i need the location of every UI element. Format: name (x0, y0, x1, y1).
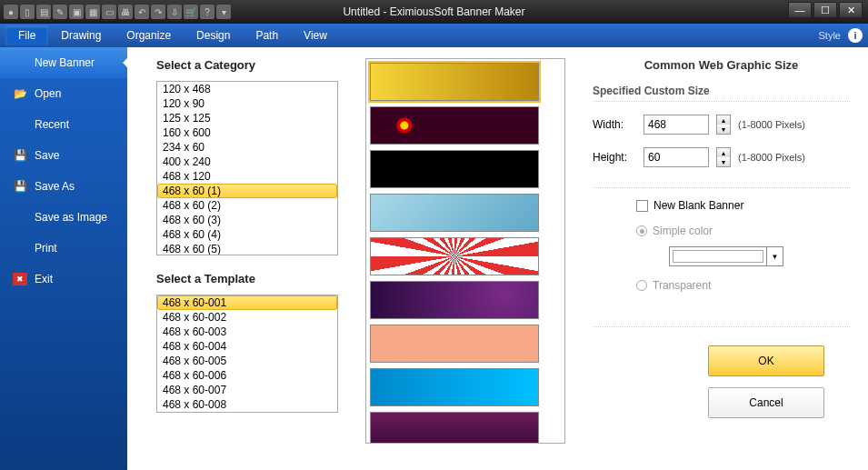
color-dropdown[interactable]: ▼ (669, 246, 783, 266)
titlebar: ● ▯ ▤ ✎ ▣ ▦ ▭ 🖶 ↶ ↷ ⇩ 🛒 ? ▾ Untitled - E… (0, 0, 868, 24)
help-icon[interactable]: i (848, 28, 863, 43)
height-label: Height: (593, 151, 636, 164)
help-icon[interactable]: ? (200, 5, 215, 19)
height-spinner[interactable]: ▲▼ (716, 147, 731, 167)
list-item[interactable]: 468 x 60-002 (157, 310, 337, 325)
ok-button[interactable]: OK (708, 345, 824, 376)
ribbon-tabs: FileDrawingOrganizeDesignPathView Style … (0, 24, 868, 47)
list-item[interactable]: 120 x 468 (157, 82, 337, 96)
blank-icon (13, 211, 27, 224)
list-item[interactable]: 468 x 120 (157, 169, 337, 184)
transparent-label: Transparent (653, 279, 711, 292)
tab-drawing[interactable]: Drawing (48, 25, 114, 45)
sidebar-item-save-as[interactable]: 💾Save As (0, 171, 127, 202)
list-item[interactable]: 468 x 60-003 (157, 325, 337, 339)
tab-design[interactable]: Design (184, 25, 243, 45)
list-item[interactable]: 468 x 60-008 (157, 397, 337, 412)
blank-icon (13, 242, 27, 255)
template-thumbnail[interactable] (370, 281, 539, 319)
qat-icon[interactable]: ▯ (20, 5, 35, 19)
simple-color-label: Simple color (653, 225, 713, 237)
list-item[interactable]: 468 x 60 (5) (157, 242, 337, 255)
list-item[interactable]: 468 x 60 (4) (157, 227, 337, 242)
list-item[interactable]: 468 x 60-004 (157, 339, 337, 354)
list-item[interactable]: 468 x 60-007 (157, 383, 337, 397)
qat-icon[interactable]: ✎ (53, 5, 67, 19)
tab-file[interactable]: File (5, 25, 48, 45)
style-menu[interactable]: Style (819, 30, 841, 41)
template-thumbnail[interactable] (370, 63, 539, 101)
qat-icon[interactable]: ▦ (85, 5, 100, 19)
template-thumbnails[interactable] (365, 58, 565, 444)
list-item[interactable]: 160 x 600 (157, 125, 337, 140)
list-item[interactable]: 468 x 60 (2) (157, 198, 337, 213)
list-item[interactable]: 120 x 90 (157, 96, 337, 111)
list-item[interactable]: 468 x 60 (1) (157, 184, 337, 198)
tab-view[interactable]: View (291, 25, 340, 45)
chevron-down-icon: ▼ (766, 247, 783, 265)
qat-icon[interactable]: 🛒 (184, 5, 198, 19)
sidebar-item-new-banner[interactable]: New Banner (0, 47, 127, 78)
sidebar-item-label: Print (35, 242, 57, 255)
redo-icon[interactable]: ↷ (151, 5, 165, 19)
list-item[interactable]: 234 x 60 (157, 140, 337, 155)
sidebar-item-print[interactable]: Print (0, 233, 127, 264)
height-input[interactable] (644, 147, 709, 167)
template-thumbnail[interactable] (370, 412, 539, 444)
height-hint: (1-8000 Pixels) (738, 152, 805, 163)
sidebar-item-label: New Banner (35, 56, 95, 69)
sidebar-item-save[interactable]: 💾Save (0, 140, 127, 171)
category-listbox[interactable]: 120 x 468120 x 90125 x 125160 x 600234 x… (156, 81, 338, 255)
width-input[interactable] (644, 115, 709, 135)
template-label: Select a Template (156, 272, 338, 285)
sidebar-item-save-as-image[interactable]: Save as Image (0, 202, 127, 233)
sidebar-item-open[interactable]: 📂Open (0, 78, 127, 109)
sidebar-item-exit[interactable]: ✖Exit (0, 264, 127, 295)
template-thumbnail[interactable] (370, 325, 539, 363)
minimize-button[interactable]: — (788, 2, 812, 18)
template-listbox[interactable]: 468 x 60-001468 x 60-002468 x 60-003468 … (156, 295, 338, 413)
qat-icon[interactable]: ▭ (102, 5, 116, 19)
blank-icon (13, 56, 27, 69)
list-item[interactable]: 468 x 60-006 (157, 368, 337, 383)
list-item[interactable]: 468 x 60-005 (157, 354, 337, 368)
blank-icon (13, 118, 27, 131)
quick-access-toolbar: ● ▯ ▤ ✎ ▣ ▦ ▭ 🖶 ↶ ↷ ⇩ 🛒 ? ▾ (0, 5, 234, 19)
simple-color-radio[interactable] (636, 225, 647, 236)
width-spinner[interactable]: ▲▼ (716, 115, 731, 135)
maximize-button[interactable]: ☐ (813, 2, 837, 18)
qat-icon[interactable]: ▤ (36, 5, 51, 19)
template-thumbnail[interactable] (370, 194, 539, 232)
section-title: Common Web Graphic Size (593, 58, 850, 72)
width-hint: (1-8000 Pixels) (738, 119, 805, 130)
close-button[interactable]: ✕ (839, 2, 863, 18)
list-item[interactable]: 125 x 125 (157, 111, 337, 125)
file-menu-sidebar: New Banner📂OpenRecent💾Save💾Save AsSave a… (0, 47, 127, 470)
list-item[interactable]: 400 x 240 (157, 155, 337, 169)
cancel-button[interactable]: Cancel (708, 387, 824, 418)
tab-path[interactable]: Path (243, 25, 291, 45)
sidebar-item-label: Save as Image (35, 211, 107, 224)
template-thumbnail[interactable] (370, 106, 539, 145)
width-label: Width: (593, 118, 636, 131)
template-thumbnail[interactable] (370, 237, 539, 275)
dropdown-icon[interactable]: ▾ (216, 5, 231, 19)
template-thumbnail[interactable] (370, 368, 539, 406)
x-icon: ✖ (13, 273, 27, 285)
list-item[interactable]: 468 x 60 (3) (157, 213, 337, 227)
sidebar-item-label: Save (35, 149, 59, 162)
qat-icon[interactable]: ▣ (69, 5, 84, 19)
template-thumbnail[interactable] (370, 150, 539, 188)
sidebar-item-label: Save As (35, 180, 75, 193)
qat-icon[interactable]: 🖶 (118, 5, 133, 19)
qat-icon[interactable]: ● (4, 5, 18, 19)
undo-icon[interactable]: ↶ (135, 5, 149, 19)
category-label: Select a Category (156, 58, 338, 72)
list-item[interactable]: 468 x 60-001 (157, 295, 337, 310)
transparent-radio[interactable] (636, 280, 647, 291)
folder-icon: 📂 (13, 87, 27, 100)
tab-organize[interactable]: Organize (114, 25, 184, 45)
sidebar-item-recent[interactable]: Recent (0, 109, 127, 140)
qat-icon[interactable]: ⇩ (167, 5, 182, 19)
blank-banner-checkbox[interactable] (636, 200, 648, 212)
